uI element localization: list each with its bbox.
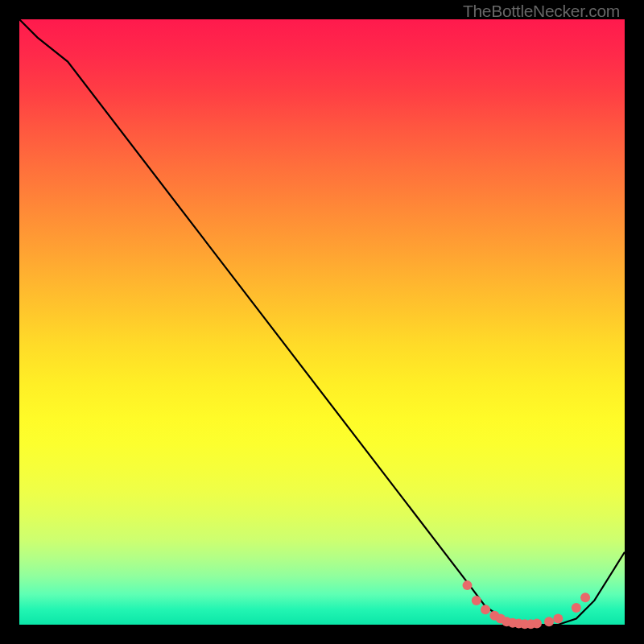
marker-dot [481,605,490,614]
marker-dot [572,603,581,613]
marker-dot [553,613,563,623]
marker-dot [580,592,590,602]
bottleneck-curve-line [19,19,625,625]
marker-dots [462,580,590,629]
chart-svg [19,19,625,625]
attribution-text: TheBottleNecker.com [463,2,620,21]
chart-plot-area [19,19,625,625]
marker-dot [532,619,542,629]
marker-dot [472,596,481,605]
marker-dot [544,617,554,626]
marker-dot [462,580,472,590]
